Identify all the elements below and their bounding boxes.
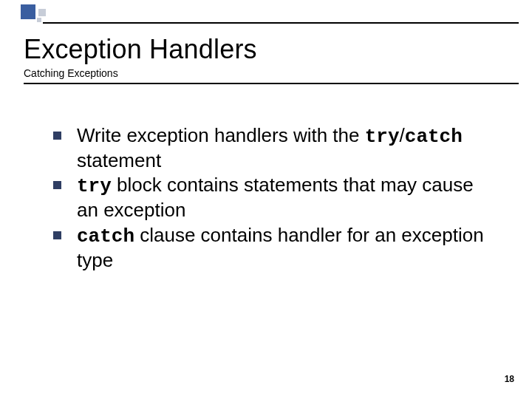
- bullet-square-icon: [53, 132, 61, 140]
- subtitle-rule: [24, 83, 519, 84]
- code-separator: /: [400, 124, 405, 146]
- code-snippet: catch: [77, 225, 134, 248]
- code-snippet: catch: [405, 126, 463, 148]
- code-snippet: try: [77, 175, 112, 197]
- bullet-text-pre: Write exception handlers with the: [77, 124, 365, 146]
- bullet-text-post: clause contains handler for an exception…: [77, 224, 484, 271]
- list-item: Write exception handlers with the try/ca…: [53, 124, 488, 172]
- list-item: catch clause contains handler for an exc…: [53, 224, 488, 272]
- deco-square-large: [21, 4, 35, 19]
- bullet-square-icon: [53, 231, 61, 239]
- slide: Exception Handlers Catching Exceptions W…: [0, 0, 532, 399]
- code-snippet: try: [365, 126, 400, 148]
- deco-square-small: [38, 9, 46, 16]
- page-number: 18: [505, 374, 514, 384]
- slide-body: Write exception handlers with the try/ca…: [53, 124, 488, 273]
- top-rule: [43, 22, 519, 24]
- bullet-text-post: block contains statements that may cause…: [77, 174, 474, 221]
- slide-title: Exception Handlers: [24, 34, 257, 65]
- bullet-list: Write exception handlers with the try/ca…: [53, 124, 488, 272]
- slide-subtitle: Catching Exceptions: [24, 67, 118, 79]
- bullet-text-post: statement: [77, 149, 161, 171]
- list-item: try block contains statements that may c…: [53, 174, 488, 222]
- deco-square-tiny: [37, 18, 41, 22]
- bullet-square-icon: [53, 181, 61, 189]
